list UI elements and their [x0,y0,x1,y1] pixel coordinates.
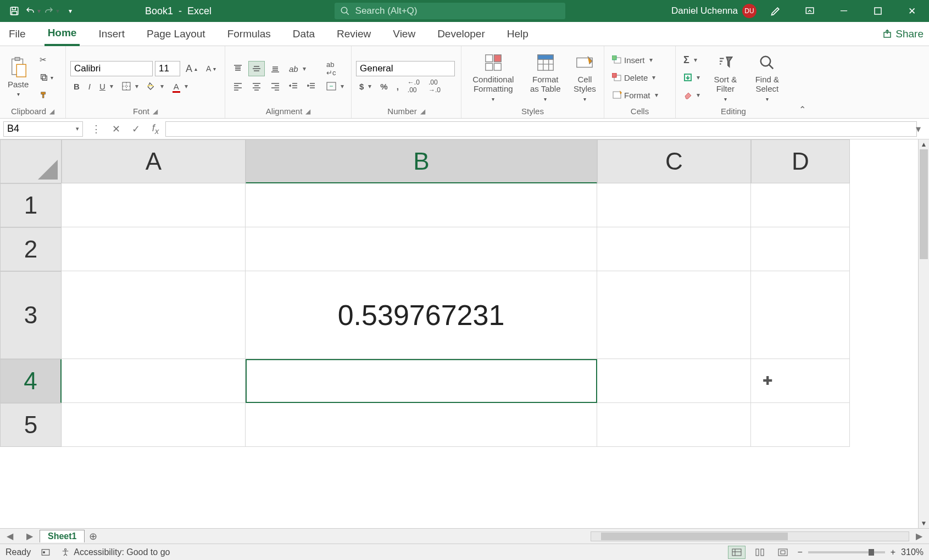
zoom-out-button[interactable]: − [797,547,802,557]
cell-A2[interactable] [62,227,246,271]
decrease-indent-button[interactable] [286,79,301,94]
macro-record-icon[interactable] [41,547,51,557]
name-box-expand[interactable]: ⋮ [86,120,106,138]
tab-insert[interactable]: Insert [95,22,128,46]
cell-B2[interactable] [246,227,597,271]
row-header-3[interactable]: 3 [0,271,62,359]
align-bottom-button[interactable] [267,61,283,76]
add-sheet-button[interactable]: ⊕ [85,530,101,542]
share-button[interactable]: Share [882,28,924,40]
font-size-combo[interactable] [155,61,180,76]
row-header-4[interactable]: 4 [0,359,62,403]
clear-button[interactable] [680,87,703,103]
increase-decimal-button[interactable]: ←.0.00 [404,79,423,94]
insert-function-button[interactable]: fx [146,120,165,138]
vertical-scrollbar[interactable]: ▲ ▼ [918,139,929,528]
merge-button[interactable] [323,79,347,94]
align-left-button[interactable] [230,79,246,94]
format-painter-button[interactable] [36,87,57,103]
sheet-nav-prev[interactable]: ◀ [0,529,20,544]
row-header-2[interactable]: 2 [0,227,62,271]
pen-tools-button[interactable] [761,0,791,22]
wrap-text-button[interactable]: ab↵c [323,61,347,76]
accessibility-status[interactable]: Accessibility: Good to go [60,547,170,557]
close-button[interactable]: ✕ [897,0,927,22]
scroll-thumb[interactable] [920,149,928,259]
hscroll-thumb[interactable] [601,533,788,540]
cancel-formula-button[interactable]: ✕ [106,120,126,138]
insert-cells-button[interactable]: Insert [609,52,671,68]
select-all-corner[interactable] [0,139,62,183]
page-layout-view-button[interactable] [751,546,769,559]
account-button[interactable]: Daniel Uchenna DU [671,4,756,18]
decrease-decimal-button[interactable]: .00→.0 [425,79,444,94]
cell-B3[interactable]: 0.539767231 [246,271,597,359]
cell-B1[interactable] [246,183,597,227]
normal-view-button[interactable] [728,546,746,559]
cell-C1[interactable] [597,183,751,227]
collapse-ribbon-button[interactable]: ⌃ [799,104,806,115]
tab-help[interactable]: Help [504,22,532,46]
cell-A5[interactable] [62,403,246,447]
col-header-A[interactable]: A [62,139,246,183]
redo-button[interactable] [43,2,60,20]
ribbon-display-button[interactable] [795,0,825,22]
autosum-button[interactable]: Σ [680,52,703,68]
align-middle-button[interactable] [248,61,265,76]
cell-D1[interactable] [751,183,850,227]
align-top-button[interactable] [230,61,246,76]
alignment-launcher[interactable]: ◢ [305,108,310,115]
search-box[interactable]: Search (Alt+Q) [335,3,565,19]
copy-button[interactable]: ▾ [36,70,57,85]
cell-C5[interactable] [597,403,751,447]
align-center-button[interactable] [248,79,265,94]
cell-grid[interactable]: A B C D 1 2 3 0.539767231 4 ✚ 5 [0,139,918,528]
font-color-button[interactable]: A [169,79,191,94]
tab-review[interactable]: Review [333,22,374,46]
sheet-tab-sheet1[interactable]: Sheet1 [40,530,85,542]
cell-C4[interactable]: ✚ [597,359,751,403]
tab-developer[interactable]: Developer [434,22,488,46]
underline-button[interactable]: U [96,79,116,94]
row-header-1[interactable]: 1 [0,183,62,227]
cell-C3[interactable] [597,271,751,359]
undo-button[interactable] [24,2,42,20]
bold-button[interactable]: B [70,79,83,94]
zoom-level[interactable]: 310% [901,547,924,557]
cell-styles-button[interactable]: Cell Styles▾ [570,52,599,103]
zoom-slider[interactable] [808,551,885,553]
find-select-button[interactable]: Find & Select▾ [748,52,787,103]
cell-D5[interactable] [751,403,850,447]
accounting-format-button[interactable]: $ [356,79,375,94]
name-box[interactable]: B4 ▾ [3,121,83,137]
enter-formula-button[interactable]: ✓ [126,120,146,138]
borders-button[interactable] [119,79,142,94]
qat-customize[interactable]: ▾ [62,2,79,20]
fill-button[interactable] [680,70,703,85]
percent-format-button[interactable]: % [377,79,391,94]
cell-D3[interactable] [751,271,850,359]
cell-A1[interactable] [62,183,246,227]
decrease-font-button[interactable]: A▾ [203,61,219,76]
tab-page-layout[interactable]: Page Layout [143,22,209,46]
fill-color-button[interactable] [144,79,167,94]
scroll-down-arrow[interactable]: ▼ [919,518,929,528]
align-right-button[interactable] [267,79,283,94]
zoom-in-button[interactable]: + [891,547,895,557]
scroll-up-arrow[interactable]: ▲ [919,139,929,149]
orientation-button[interactable]: ab [286,61,309,76]
cell-D2[interactable] [751,227,850,271]
tab-data[interactable]: Data [290,22,318,46]
number-launcher[interactable]: ◢ [420,108,425,115]
cell-A3[interactable] [62,271,246,359]
sheet-nav-next[interactable]: ▶ [20,529,40,544]
cell-B5[interactable] [246,403,597,447]
cell-A4[interactable] [62,359,246,403]
font-launcher[interactable]: ◢ [153,108,158,115]
clipboard-launcher[interactable]: ◢ [49,108,54,115]
cell-B4[interactable] [246,359,597,403]
tab-file[interactable]: File [5,22,29,46]
sort-filter-button[interactable]: Sort & Filter▾ [708,52,743,103]
tab-home[interactable]: Home [44,22,80,46]
tab-view[interactable]: View [390,22,419,46]
